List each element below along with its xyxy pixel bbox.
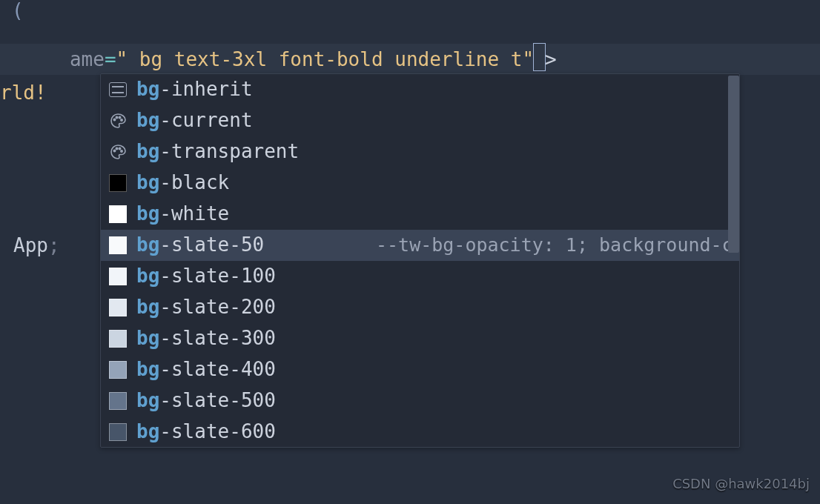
autocomplete-item-bg-transparent[interactable]: bg-transparent [101,136,739,168]
color-swatch-icon [108,391,128,411]
autocomplete-popup[interactable]: bg-inheritbg-currentbg-transparentbg-bla… [100,73,740,448]
autocomplete-label: bg-slate-300 [136,323,276,354]
autocomplete-item-bg-slate-100[interactable]: bg-slate-100 [101,261,739,292]
active-code-line[interactable]: ame=" bg text-3xl font-bold underline t"… [0,44,820,75]
autocomplete-item-bg-slate-300[interactable]: bg-slate-300 [101,323,739,354]
attr-name: ame [70,48,105,70]
autocomplete-label: bg-slate-200 [136,292,276,323]
autocomplete-hint: --tw-bg-opacity: 1; background-co…› [376,231,732,260]
code-editor[interactable]: ( ame=" bg text-3xl font-bold underline … [0,0,820,504]
quote-close: " [522,48,534,70]
svg-point-4 [113,150,115,151]
autocomplete-item-bg-black[interactable]: bg-black [101,168,739,199]
autocomplete-label: bg-transparent [136,136,299,168]
palette-icon [108,142,128,162]
autocomplete-item-bg-inherit[interactable]: bg-inherit [101,74,739,105]
color-swatch-icon [108,205,128,224]
autocomplete-label: bg-slate-50 [136,230,264,261]
svg-point-5 [116,147,117,149]
autocomplete-label: bg-slate-400 [136,354,276,385]
equals-token: = [105,48,116,70]
autocomplete-item-bg-white[interactable]: bg-white [101,199,739,230]
code-fragment: App; [0,231,60,262]
autocomplete-item-bg-slate-600[interactable]: bg-slate-600 [101,417,739,447]
autocomplete-item-bg-slate-50[interactable]: bg-slate-50--tw-bg-opacity: 1; backgroun… [101,230,739,261]
quote-open: " [116,48,128,70]
autocomplete-label: bg-slate-100 [136,261,276,292]
autocomplete-item-bg-slate-500[interactable]: bg-slate-500 [101,385,739,417]
color-swatch-icon [108,422,128,442]
autocomplete-item-bg-slate-200[interactable]: bg-slate-200 [101,292,739,323]
color-swatch-icon [108,236,128,255]
text-cursor [533,43,546,71]
autocomplete-list[interactable]: bg-inheritbg-currentbg-transparentbg-bla… [101,74,739,447]
enum-icon [108,80,128,99]
svg-point-0 [113,119,115,120]
palette-icon [108,111,128,130]
color-swatch-icon [108,360,128,379]
class-string: bg text-3xl font-bold underline t [128,48,522,70]
watermark: CSDN @hawk2014bj [672,474,810,495]
svg-point-2 [119,116,120,118]
color-swatch-icon [108,267,128,286]
autocomplete-label: bg-slate-600 [136,417,276,447]
color-swatch-icon [108,298,128,317]
color-swatch-icon [108,173,128,193]
autocomplete-label: bg-current [136,105,253,136]
svg-point-1 [116,116,117,118]
svg-point-7 [121,150,122,152]
autocomplete-item-bg-slate-400[interactable]: bg-slate-400 [101,354,739,385]
autocomplete-label: bg-black [136,168,229,199]
autocomplete-label: bg-inherit [136,74,253,105]
scrollbar-thumb[interactable] [728,76,739,253]
gt-token: > [545,48,557,70]
code-fragment: rld! [0,78,47,109]
autocomplete-label: bg-white [136,199,229,230]
color-swatch-icon [108,329,128,348]
autocomplete-label: bg-slate-500 [136,385,276,417]
svg-point-6 [119,147,120,149]
autocomplete-item-bg-current[interactable]: bg-current [101,105,739,136]
svg-point-3 [121,119,122,121]
